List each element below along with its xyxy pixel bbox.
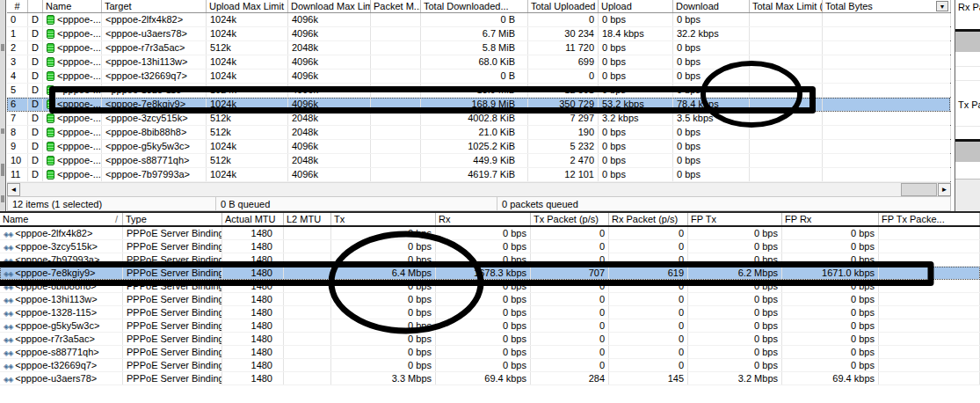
cell-text: <pppoe-... (57, 141, 101, 151)
background-window-edge (0, 0, 6, 211)
cell-text: D (32, 127, 39, 137)
interface-row[interactable]: <pppoe-3zcy515k>PPPoE Server Binding1480… (0, 240, 980, 253)
cell-text: 0 (599, 228, 605, 238)
interface-row[interactable]: <pppoe-t32669q7>PPPoE Server Binding1480… (0, 359, 980, 372)
scrollbar-track[interactable] (20, 183, 938, 196)
iface-col-fp-rx[interactable]: FP Rx (782, 213, 879, 225)
cell-text: 1480 (251, 294, 272, 304)
queue-row[interactable]: 7D<pppoe-...<pppoe-3zcy515k>512k2048k400… (7, 112, 950, 126)
iface-col-fp-tx-packe[interactable]: FP Tx Packe... (879, 213, 980, 225)
queue-col-name[interactable]: Name (43, 0, 102, 12)
interface-row-selected[interactable]: <pppoe-7e8kgiy9>PPPoE Server Binding1480… (0, 267, 980, 280)
table-cell (823, 112, 951, 125)
queue-row[interactable]: 0D<pppoe-...<pppoe-2lfx4k82>1024k4096k0 … (7, 13, 950, 27)
cell-text: 2 (11, 42, 16, 53)
scroll-right-button[interactable] (938, 183, 951, 196)
queue-col-download[interactable]: Download (673, 0, 750, 12)
queue-col-flags[interactable] (28, 0, 43, 12)
queue-row[interactable]: 8D<pppoe-...<pppoe-8bib88h8>512k2048k21.… (7, 126, 950, 140)
queue-icon (47, 99, 54, 109)
table-cell: <pppoe-... (43, 98, 102, 111)
iface-col-rx-packet-p-s[interactable]: Rx Packet (p/s) (609, 213, 688, 225)
cell-text: D (32, 99, 39, 109)
table-cell: <pppoe-... (43, 112, 102, 125)
queue-col-upload[interactable]: Upload (599, 0, 673, 12)
table-cell: 0 bps (688, 306, 782, 319)
queue-row[interactable]: 11D<pppoe-...<pppoe-7b97993a>1024k4096k4… (7, 168, 950, 182)
cell-text: <pppoe-s88771qh> (15, 347, 98, 357)
iface-col-tx-packet-p-s[interactable]: Tx Packet (p/s) (531, 213, 609, 225)
cell-text: 6.2 Mbps (738, 267, 778, 278)
table-cell (284, 359, 331, 371)
cell-text: D (32, 28, 39, 39)
queue-row[interactable]: 2D<pppoe-...<pppoe-r7r3a5ac>512k2048k5.8… (7, 41, 950, 55)
table-cell: <pppoe-u3aers78> (0, 372, 123, 385)
interface-row[interactable]: <pppoe-8bib88h8>PPPoE Server Binding1480… (0, 280, 980, 293)
table-cell: 1671.0 kbps (782, 267, 879, 279)
cell-text: <pppoe-g5ky5w3c> (15, 320, 99, 331)
interface-row[interactable]: <pppoe-2lfx4k82>PPPoE Server Binding1480… (0, 227, 980, 240)
cell-text: 0 (11, 14, 16, 25)
queue-row[interactable]: 5D<pppoe-...<pppoe-1328-115>1024k4096k13… (7, 84, 950, 98)
column-label: Target (105, 0, 132, 12)
table-cell: 0 bps (673, 55, 750, 69)
cell-text: 619 (668, 267, 684, 278)
queue-row[interactable]: 9D<pppoe-...<pppoe-g5ky5w3c>1024k4096k10… (7, 140, 950, 154)
table-cell: PPPoE Server Binding (123, 280, 222, 292)
iface-col-name[interactable]: Name/ (0, 213, 123, 225)
queue-row[interactable]: 3D<pppoe-...<pppoe-13hi113w>1024k4096k68… (7, 55, 950, 70)
cell-text: <pppoe-... (57, 113, 101, 123)
cell-text: <pppoe-7e8kgiy9> (105, 99, 185, 109)
queue-col-total-max-limit-bi[interactable]: Total Max Limit (bi... (750, 0, 823, 12)
queue-col-download-max-limit[interactable]: Download Max Limit (288, 0, 371, 12)
interface-row[interactable]: <pppoe-1328-115>PPPoE Server Binding1480… (0, 306, 980, 319)
table-cell: 512k (207, 126, 288, 139)
queue-col-total-downloaded[interactable]: Total Downloaded... (421, 0, 528, 12)
table-cell (371, 27, 421, 40)
scrollbar-thumb[interactable] (901, 183, 937, 196)
table-cell: 0 bps (331, 293, 436, 305)
table-cell: 4096k (288, 98, 371, 111)
cell-text: PPPoE Server Binding (127, 360, 222, 370)
queue-col-total-bytes[interactable]: Total Bytes (823, 0, 951, 12)
table-cell: <pppoe-13hi113w> (0, 293, 123, 305)
cell-text: 0 bps (503, 347, 526, 357)
interface-row[interactable]: <pppoe-13hi113w>PPPoE Server Binding1480… (0, 293, 980, 306)
queue-icon (47, 29, 54, 39)
iface-col-fp-tx[interactable]: FP Tx (688, 213, 782, 225)
table-cell: 4096k (288, 70, 371, 83)
interface-row[interactable]: <pppoe-u3aers78>PPPoE Server Binding1480… (0, 372, 980, 385)
scroll-left-button[interactable] (7, 183, 20, 196)
queue-col-upload-max-limit[interactable]: Upload Max Limit (207, 0, 288, 12)
table-cell (750, 154, 823, 167)
iface-col-rx[interactable]: Rx (436, 213, 531, 225)
table-cell (879, 346, 980, 358)
table-cell: 0 (531, 306, 609, 319)
queue-col-total-uploaded-p[interactable]: Total Uploaded P... (528, 0, 599, 12)
iface-col-l2-mtu[interactable]: L2 MTU (284, 213, 331, 225)
queue-col-[interactable]: # (7, 0, 28, 12)
sort-direction-button[interactable] (936, 1, 948, 11)
queue-row[interactable]: 4D<pppoe-...<pppoe-t32669q7>1024k4096k0 … (7, 70, 950, 84)
table-cell: 0 bps (688, 240, 782, 253)
column-label: Tx Packet (p/s) (534, 213, 599, 225)
iface-col-tx[interactable]: Tx (331, 213, 436, 225)
table-cell: 0 bps (436, 306, 531, 319)
table-cell: 0 B (421, 13, 528, 26)
queue-row[interactable]: 1D<pppoe-...<pppoe-u3aers78>1024k4096k6.… (7, 27, 950, 41)
queue-row[interactable]: 10D<pppoe-...<pppoe-s88771qh>512k2048k44… (7, 154, 950, 168)
iface-col-actual-mtu[interactable]: Actual MTU (222, 213, 284, 225)
queue-col-target[interactable]: Target (102, 0, 207, 12)
cell-text: 3 (11, 56, 16, 67)
table-cell: 68.0 KiB (421, 55, 528, 69)
interface-row[interactable]: <pppoe-g5ky5w3c>PPPoE Server Binding1480… (0, 319, 980, 333)
interface-row[interactable]: <pppoe-r7r3a5ac>PPPoE Server Binding1480… (0, 333, 980, 346)
iface-col-type[interactable]: Type (123, 213, 222, 225)
interface-row[interactable]: <pppoe-7b97993a>PPPoE Server Binding1480… (0, 253, 980, 267)
table-cell: 0 (531, 240, 609, 253)
table-cell: 18.4 kbps (599, 27, 673, 40)
queue-row-selected[interactable]: 6D<pppoe-...<pppoe-7e8kgiy9>1024k4096k16… (7, 98, 950, 112)
interface-row[interactable]: <pppoe-s88771qh>PPPoE Server Binding1480… (0, 346, 980, 359)
horizontal-scrollbar[interactable] (7, 182, 951, 196)
queue-col-packet-m[interactable]: Packet M... (371, 0, 421, 12)
